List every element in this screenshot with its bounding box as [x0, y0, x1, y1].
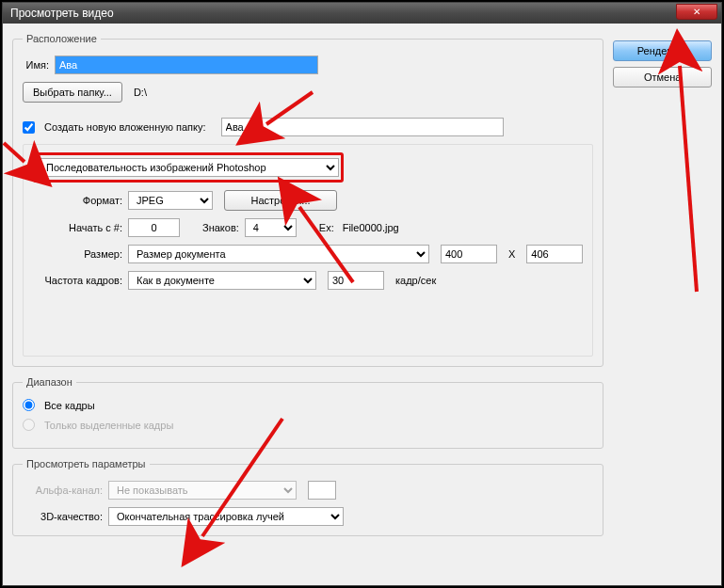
- alpha-extra-input[interactable]: [308, 481, 336, 500]
- fps-row: Частота кадров: Как в документе кадр/сек: [33, 271, 583, 290]
- close-icon: ✕: [693, 7, 700, 17]
- size-label: Размер:: [33, 248, 122, 260]
- settings-button[interactable]: Настройки...: [224, 190, 337, 211]
- fps-label: Частота кадров:: [33, 275, 122, 286]
- ex-value: File0000.jpg: [343, 222, 399, 233]
- selected-frames-radio[interactable]: [23, 419, 35, 431]
- format-row: Формат: JPEG Настройки...: [33, 190, 583, 211]
- create-subfolder-checkbox[interactable]: [23, 121, 35, 134]
- format-select[interactable]: JPEG: [128, 191, 213, 210]
- cancel-button[interactable]: Отмена: [613, 67, 712, 87]
- content-area: Расположение Имя: Выбрать папку... D:\ С…: [3, 24, 721, 555]
- close-button[interactable]: ✕: [676, 4, 717, 20]
- start-digits-row: Начать с #: Знаков: 4 Ex: File0000.jpg: [33, 218, 583, 237]
- range-legend: Диапазон: [23, 376, 76, 388]
- name-row: Имя:: [23, 56, 593, 74]
- alpha-row: Альфа-канал: Не показывать: [23, 481, 593, 500]
- range-fieldset: Диапазон Все кадры Только выделенные кад…: [12, 376, 603, 449]
- digits-select[interactable]: 4: [245, 218, 297, 237]
- quality-row: 3D-качество: Окончательная трассировка л…: [23, 507, 593, 526]
- digits-label: Знаков:: [202, 222, 239, 233]
- width-input[interactable]: [441, 245, 497, 263]
- fps-unit: кадр/сек: [395, 275, 436, 286]
- location-fieldset: Расположение Имя: Выбрать папку... D:\ С…: [12, 33, 603, 367]
- ex-label: Ex:: [319, 222, 334, 233]
- fps-mode-select[interactable]: Как в документе: [128, 271, 316, 290]
- create-subfolder-label: Создать новую вложенную папку:: [44, 121, 206, 133]
- quality-label: 3D-качество:: [23, 511, 103, 522]
- highlight-box: Последовательность изображений Photoshop: [33, 152, 344, 183]
- path-text: D:\: [134, 87, 147, 98]
- x-separator: X: [508, 248, 515, 260]
- sequence-type-row: Последовательность изображений Photoshop: [33, 152, 583, 183]
- folder-row: Выбрать папку... D:\: [23, 82, 593, 103]
- location-legend: Расположение: [23, 33, 101, 44]
- size-row: Размер: Размер документа X: [33, 245, 583, 263]
- alpha-select[interactable]: Не показывать: [108, 481, 297, 500]
- subfolder-row: Создать новую вложенную папку:: [23, 118, 593, 136]
- sequence-type-select[interactable]: Последовательность изображений Photoshop: [38, 158, 339, 177]
- select-folder-button[interactable]: Выбрать папку...: [23, 82, 122, 103]
- format-section: Последовательность изображений Photoshop…: [23, 144, 593, 357]
- selected-frames-row: Только выделенные кадры: [23, 419, 593, 431]
- size-select[interactable]: Размер документа: [128, 245, 429, 263]
- all-frames-label: Все кадры: [44, 400, 95, 411]
- quality-select[interactable]: Окончательная трассировка лучей: [108, 507, 344, 526]
- dialog-window: Просмотреть видео ✕ Расположение Имя: Вы…: [2, 2, 722, 586]
- selected-frames-label: Только выделенные кадры: [44, 420, 173, 431]
- start-label: Начать с #:: [33, 222, 122, 233]
- name-input[interactable]: [55, 56, 318, 74]
- preview-fieldset: Просмотреть параметры Альфа-канал: Не по…: [12, 458, 603, 536]
- all-frames-radio[interactable]: [23, 399, 35, 411]
- render-button[interactable]: Рендеринг: [613, 40, 712, 61]
- right-column: Рендеринг Отмена: [613, 33, 712, 546]
- height-input[interactable]: [526, 245, 583, 263]
- all-frames-row: Все кадры: [23, 399, 593, 411]
- format-label: Формат:: [33, 195, 122, 206]
- left-column: Расположение Имя: Выбрать папку... D:\ С…: [12, 33, 603, 546]
- subfolder-input[interactable]: [221, 118, 504, 136]
- start-input[interactable]: [128, 218, 180, 237]
- preview-legend: Просмотреть параметры: [23, 458, 150, 469]
- fps-input[interactable]: [328, 271, 384, 290]
- name-label: Имя:: [23, 59, 49, 71]
- titlebar: Просмотреть видео ✕: [3, 3, 721, 24]
- alpha-label: Альфа-канал:: [23, 485, 103, 496]
- window-title: Просмотреть видео: [10, 7, 114, 20]
